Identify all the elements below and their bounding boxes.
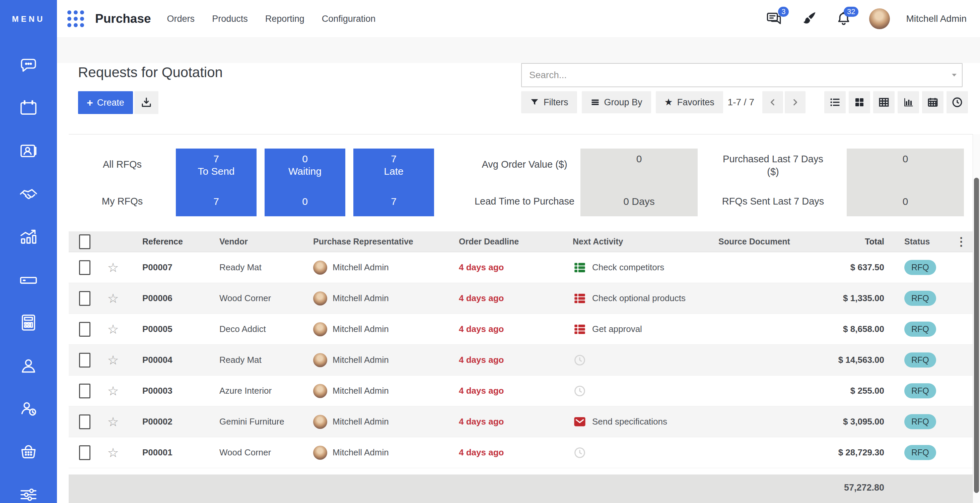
table-row[interactable]: ☆ P00003 Azure Interior Mitchell Admin 4…	[68, 375, 973, 406]
apps-grid-icon[interactable]	[67, 10, 84, 27]
activity-view-button[interactable]	[947, 91, 968, 113]
tile-waiting[interactable]: 0Waiting 0	[265, 149, 345, 216]
kanban-view-button[interactable]	[849, 91, 870, 113]
select-all-checkbox[interactable]	[68, 235, 100, 249]
row-reference[interactable]: P00003	[126, 386, 209, 396]
favorite-star-icon[interactable]: ☆	[100, 261, 126, 274]
export-button[interactable]	[134, 91, 158, 114]
table-row[interactable]: ☆ P00002 Gemini Furniture Mitchell Admin…	[68, 406, 973, 437]
all-rfqs-label[interactable]: All RFQs	[68, 158, 176, 171]
activity-clock-icon	[573, 446, 587, 459]
row-next-activity[interactable]: Send specifications	[563, 415, 708, 429]
group-by-button[interactable]: Group By	[582, 91, 651, 113]
row-checkbox[interactable]	[68, 322, 100, 337]
messages-icon[interactable]: 3	[765, 10, 783, 28]
nav-item-configuration[interactable]: Configuration	[322, 14, 376, 24]
header-next-activity[interactable]: Next Activity	[563, 237, 708, 246]
favorite-star-icon[interactable]: ☆	[100, 354, 126, 367]
user-avatar[interactable]	[869, 8, 890, 29]
search-input[interactable]	[522, 64, 952, 86]
search-dropdown-caret[interactable]	[952, 74, 956, 77]
calendar-view-button[interactable]	[922, 91, 943, 113]
filters-button[interactable]: Filters	[521, 91, 577, 113]
contacts-icon[interactable]	[18, 141, 39, 161]
pivot-view-button[interactable]	[873, 91, 895, 113]
table-row[interactable]: ☆ P00007 Ready Mat Mitchell Admin 4 days…	[68, 252, 973, 283]
row-checkbox[interactable]	[68, 383, 100, 398]
nav-item-reporting[interactable]: Reporting	[265, 14, 304, 24]
table-row[interactable]: ☆ P00006 Wood Corner Mitchell Admin 4 da…	[68, 283, 973, 314]
status-badge: RFQ	[904, 291, 936, 306]
crm-icon[interactable]	[18, 184, 39, 204]
row-checkbox[interactable]	[68, 291, 100, 306]
row-checkbox[interactable]	[68, 446, 100, 460]
favorite-star-icon[interactable]: ☆	[100, 323, 126, 336]
favorite-star-icon[interactable]: ☆	[100, 446, 126, 459]
table-row[interactable]: ☆ P00004 Ready Mat Mitchell Admin 4 days…	[68, 345, 973, 375]
point-of-sale-icon[interactable]	[18, 269, 39, 290]
pager-previous-button[interactable]	[762, 91, 783, 113]
header-reference[interactable]: Reference	[126, 237, 209, 246]
nav-item-products[interactable]: Products	[212, 14, 248, 24]
row-reference[interactable]: P00001	[126, 447, 209, 458]
header-source-document[interactable]: Source Document	[708, 237, 809, 246]
create-button-group: + Create	[78, 91, 158, 114]
attendances-icon[interactable]	[18, 398, 39, 419]
user-name[interactable]: Mitchell Admin	[906, 13, 967, 24]
notifications-bell-icon[interactable]: 32	[834, 10, 853, 28]
scrollbar-thumb[interactable]	[974, 178, 979, 493]
row-checkbox[interactable]	[68, 415, 100, 429]
optional-columns-kebab-icon[interactable]: ⋮	[950, 238, 973, 245]
my-rfqs-label[interactable]: My RFQs	[68, 195, 176, 208]
chevron-right-icon	[791, 97, 799, 108]
app-brand-title[interactable]: Purchase	[95, 12, 151, 26]
favorite-star-icon[interactable]: ☆	[100, 385, 126, 398]
menu-label[interactable]: MENU	[0, 0, 57, 38]
tile-late[interactable]: 7Late 7	[353, 149, 434, 216]
row-next-activity[interactable]	[563, 385, 708, 398]
row-next-activity[interactable]: Check optional products	[563, 291, 708, 305]
search-bar	[521, 63, 963, 87]
row-reference[interactable]: P00007	[126, 262, 209, 273]
row-reference[interactable]: P00004	[126, 355, 209, 365]
row-next-activity[interactable]: Check competitors	[563, 260, 708, 275]
representative-avatar	[313, 291, 327, 305]
header-total[interactable]: Total	[809, 237, 892, 246]
settings-sliders-icon[interactable]	[18, 484, 39, 503]
row-next-activity[interactable]	[563, 354, 708, 367]
header-status[interactable]: Status	[892, 237, 950, 246]
graph-view-button[interactable]	[897, 91, 919, 113]
employees-icon[interactable]	[18, 355, 39, 376]
row-checkbox[interactable]	[68, 260, 100, 275]
table-footer-total-row: 57,272.80	[68, 474, 973, 503]
favorites-button[interactable]: ★ Favorites	[656, 91, 723, 113]
search-controls-row: Filters Group By ★ Favorites 1-7 / 7	[521, 91, 968, 113]
create-button[interactable]: + Create	[78, 91, 133, 114]
tile-to-send[interactable]: 7To Send 7	[176, 149, 256, 216]
sales-icon[interactable]	[18, 226, 39, 247]
discuss-icon[interactable]	[18, 55, 39, 75]
row-reference[interactable]: P00006	[126, 293, 209, 303]
favorite-star-icon[interactable]: ☆	[100, 415, 126, 428]
accounting-icon[interactable]	[18, 312, 39, 333]
nav-item-orders[interactable]: Orders	[167, 14, 195, 24]
vertical-scrollbar[interactable]	[973, 134, 980, 503]
row-reference[interactable]: P00005	[126, 324, 209, 334]
table-row[interactable]: ☆ P00001 Wood Corner Mitchell Admin 4 da…	[68, 437, 973, 468]
favorite-star-icon[interactable]: ☆	[100, 292, 126, 305]
row-next-activity[interactable]: Get approval	[563, 322, 708, 336]
table-header-row: Reference Vendor Purchase Representative…	[68, 232, 973, 252]
pager-next-button[interactable]	[785, 91, 805, 113]
header-vendor[interactable]: Vendor	[209, 237, 303, 246]
header-representative[interactable]: Purchase Representative	[303, 237, 449, 246]
row-next-activity[interactable]	[563, 446, 708, 459]
list-view-button[interactable]	[824, 91, 846, 113]
header-deadline[interactable]: Order Deadline	[449, 237, 563, 246]
notifications-count-badge: 32	[844, 7, 858, 17]
row-reference[interactable]: P00002	[126, 417, 209, 427]
row-checkbox[interactable]	[68, 353, 100, 367]
table-row[interactable]: ☆ P00005 Deco Addict Mitchell Admin 4 da…	[68, 314, 973, 345]
purchase-icon[interactable]	[18, 441, 39, 462]
studio-brush-icon[interactable]	[799, 10, 818, 28]
calendar-icon[interactable]	[18, 97, 39, 118]
